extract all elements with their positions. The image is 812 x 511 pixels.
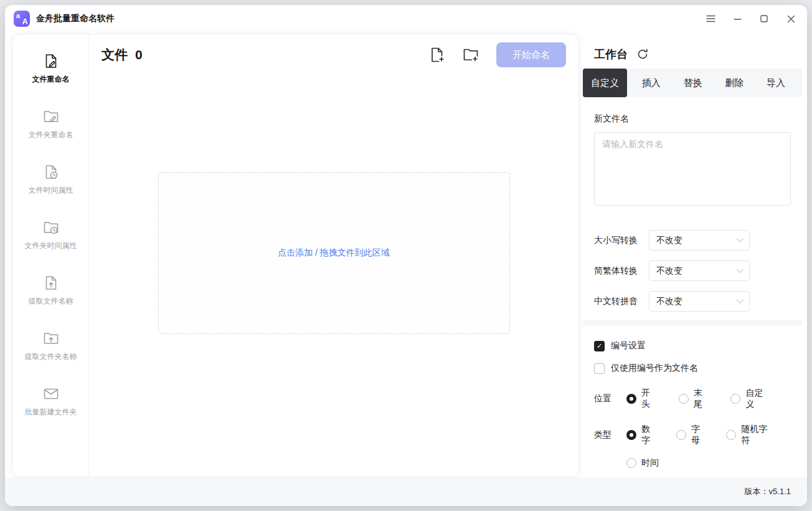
titlebar: aA 金舟批量重命名软件 — [5, 5, 807, 32]
file-rename-icon — [43, 53, 59, 69]
minimize-icon[interactable] — [732, 14, 742, 24]
sidebar-item-folder-time[interactable]: 文件夹时间属性 — [25, 219, 77, 251]
file-count: 0 — [135, 47, 143, 62]
case-convert-label: 大小写转换 — [594, 235, 649, 246]
case-convert-row: 大小写转换 不改变 — [594, 230, 791, 251]
add-folder-icon[interactable] — [463, 47, 479, 63]
extract-file-name-icon — [43, 275, 59, 291]
type-label: 类型 — [594, 429, 611, 441]
tab-delete[interactable]: 删除 — [717, 69, 752, 97]
file-label: 文件 — [102, 46, 128, 64]
type-option-random[interactable]: 随机字符 — [726, 424, 768, 446]
new-filename-textarea[interactable] — [594, 132, 791, 206]
version-label: 版本：v5.1.1 — [745, 486, 791, 497]
sidebar-item-label: 文件夹重命名 — [29, 130, 73, 140]
tab-custom[interactable]: 自定义 — [583, 69, 627, 97]
folder-rename-icon — [43, 108, 59, 125]
sidebar-item-extract-folder-name[interactable]: 提取文件夹名称 — [25, 330, 77, 362]
app-logo-icon: aA — [14, 11, 30, 27]
workbench-body: 新文件名 大小写转换 不改变 简繁体转换 不改变 — [583, 97, 802, 477]
radio-icon[interactable] — [626, 458, 636, 468]
tab-import[interactable]: 导入 — [758, 69, 793, 97]
only-number-row[interactable]: 仅使用编号作为文件名 — [594, 363, 791, 374]
position-option-start[interactable]: 开头 — [626, 388, 656, 410]
simplified-traditional-select[interactable]: 不改变 — [649, 260, 750, 281]
app-title: 金舟批量重命名软件 — [36, 13, 115, 24]
radio-icon[interactable] — [626, 430, 636, 440]
start-rename-button[interactable]: 开始命名 — [496, 42, 566, 67]
close-icon[interactable] — [786, 14, 796, 24]
radio-icon[interactable] — [676, 430, 686, 440]
select-value: 不改变 — [656, 296, 682, 307]
sidebar-item-label: 批量新建文件夹 — [25, 407, 77, 418]
type-option-time[interactable]: 时间 — [626, 457, 659, 469]
batch-new-folder-icon — [43, 386, 59, 402]
numbering-enable-row[interactable]: 编号设置 — [594, 340, 791, 351]
chevron-down-icon — [736, 235, 743, 242]
sidebar-item-file-time[interactable]: 文件时间属性 — [29, 164, 73, 196]
sidebar-item-batch-new-folder[interactable]: 批量新建文件夹 — [25, 386, 77, 418]
sidebar-item-label: 提取文件夹名称 — [25, 351, 77, 362]
status-bar: 版本：v5.1.1 — [5, 477, 807, 506]
dropzone-text: 点击添加 / 拖拽文件到此区域 — [278, 247, 390, 259]
sidebar-item-folder-rename[interactable]: 文件夹重命名 — [29, 108, 73, 140]
case-convert-select[interactable]: 不改变 — [649, 230, 750, 251]
file-list-area: 文件 0 — [89, 34, 578, 477]
file-panel-card: 文件重命名 文件夹重命名 — [12, 34, 579, 477]
position-label: 位置 — [594, 393, 611, 404]
workbench-tabs: 自定义 插入 替换 删除 导入 — [583, 69, 802, 97]
radio-icon[interactable] — [626, 394, 636, 404]
sidebar-item-extract-file-name[interactable]: 提取文件名称 — [29, 275, 73, 307]
type-option-number[interactable]: 数字 — [626, 424, 654, 446]
app-window: aA 金舟批量重命名软件 — [5, 5, 807, 506]
add-file-icon[interactable] — [429, 47, 445, 63]
numbering-enable-checkbox[interactable] — [594, 341, 605, 351]
file-time-icon — [43, 164, 59, 180]
radio-icon[interactable] — [730, 394, 740, 404]
workbench-panel: 工作台 自定义 插入 替换 删除 导入 新文件名 大小写转换 — [583, 34, 802, 477]
file-list-header: 文件 0 — [102, 42, 566, 68]
file-count-title: 文件 0 — [102, 46, 143, 64]
type-option-letter[interactable]: 字母 — [676, 424, 704, 446]
folder-time-icon — [43, 219, 59, 236]
select-value: 不改变 — [656, 235, 682, 246]
tab-replace[interactable]: 替换 — [676, 69, 710, 97]
workbench-title: 工作台 — [594, 47, 628, 62]
menu-icon[interactable] — [706, 14, 715, 24]
sidebar: 文件重命名 文件夹重命名 — [13, 34, 89, 477]
extract-folder-name-icon — [43, 330, 59, 346]
pinyin-convert-select[interactable]: 不改变 — [649, 291, 750, 312]
position-option-custom[interactable]: 自定义 — [730, 388, 768, 410]
refresh-icon[interactable] — [636, 48, 649, 60]
simplified-traditional-label: 简繁体转换 — [594, 265, 649, 277]
simplified-traditional-row: 简繁体转换 不改变 — [594, 260, 791, 281]
radio-icon[interactable] — [679, 394, 689, 404]
radio-icon[interactable] — [726, 430, 736, 440]
type-row: 类型 数字 字母 随机字符 — [594, 424, 791, 446]
new-filename-label: 新文件名 — [594, 113, 791, 125]
maximize-icon[interactable] — [759, 14, 769, 24]
sidebar-item-file-rename[interactable]: 文件重命名 — [32, 53, 70, 85]
workbench-header: 工作台 — [583, 34, 802, 69]
only-number-label: 仅使用编号作为文件名 — [611, 363, 698, 374]
sidebar-item-label: 文件夹时间属性 — [25, 241, 77, 251]
tab-insert[interactable]: 插入 — [634, 69, 669, 97]
pinyin-convert-row: 中文转拼音 不改变 — [594, 291, 791, 312]
section-divider — [583, 320, 802, 325]
position-row: 位置 开头 末尾 自定义 — [594, 388, 791, 410]
select-value: 不改变 — [656, 265, 682, 277]
numbering-enable-label: 编号设置 — [611, 340, 646, 351]
sidebar-item-label: 文件时间属性 — [29, 185, 73, 196]
file-dropzone[interactable]: 点击添加 / 拖拽文件到此区域 — [158, 172, 510, 334]
window-controls — [706, 14, 796, 24]
position-option-end[interactable]: 末尾 — [679, 388, 709, 410]
pinyin-convert-label: 中文转拼音 — [594, 296, 649, 307]
content-area: 文件重命名 文件夹重命名 — [5, 32, 807, 477]
chevron-down-icon — [736, 296, 743, 303]
sidebar-item-label: 提取文件名称 — [29, 296, 73, 307]
chevron-down-icon — [736, 265, 743, 272]
sidebar-item-label: 文件重命名 — [32, 74, 70, 85]
type-row-time: 时间 — [594, 457, 791, 469]
header-actions: 开始命名 — [429, 42, 566, 67]
only-number-checkbox[interactable] — [594, 363, 605, 374]
